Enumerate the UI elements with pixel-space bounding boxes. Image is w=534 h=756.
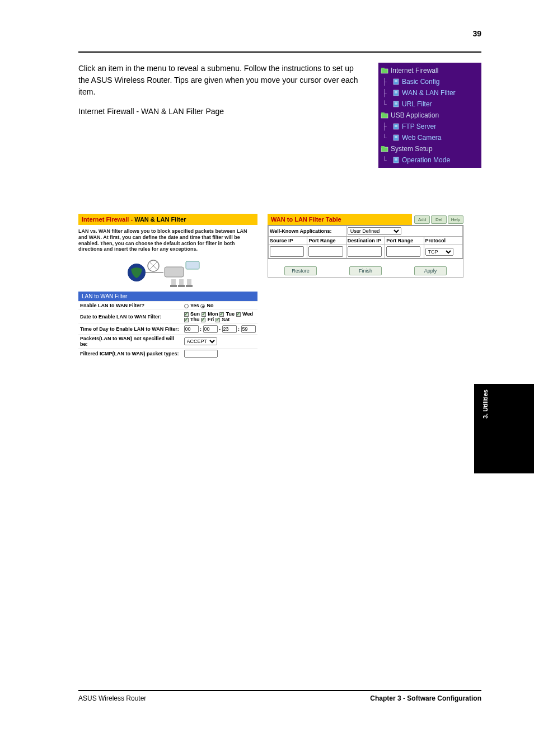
del-button[interactable]: Del [431,215,447,224]
svg-rect-35 [187,279,191,285]
left-panel-header: Internet Firewall - WAN & LAN Filter [78,214,257,225]
svg-rect-33 [179,279,184,285]
svg-rect-20 [381,146,385,148]
wellknown-label: Well-Known Applications: [269,226,346,237]
svg-rect-29 [165,267,184,277]
icmp-input[interactable] [184,350,218,358]
time-m2[interactable] [241,325,256,333]
radio-yes[interactable] [184,304,189,308]
page-icon [393,90,400,96]
row-icmp-label: Filtered ICMP(LAN to WAN) packet types: [78,349,182,359]
time-h1[interactable] [184,325,199,333]
folder-icon [381,145,388,152]
page-icon [393,101,400,107]
header-red: Internet Firewall - [82,216,134,223]
time-m1[interactable] [203,325,218,333]
nav-label: Internet Firewall [391,67,438,74]
page-number: 39 [472,29,481,38]
day-wed: Wed [242,311,253,317]
intro-paragraph-1: Click an item in the menu to reveal a su… [78,63,362,98]
wellknown-select[interactable]: User Defined [348,227,401,235]
add-button[interactable]: Add [414,215,430,224]
finish-button[interactable]: Finish [349,266,382,275]
protocol-select[interactable]: TCP [425,248,453,256]
right-panel: WAN to LAN Filter Table Add Del Help Wel… [268,214,463,359]
src-port-input[interactable] [308,246,343,257]
svg-rect-12 [381,112,385,114]
svg-rect-32 [170,285,177,287]
svg-rect-19 [381,147,388,152]
folder-icon [381,112,388,119]
day-thu: Thu [190,317,200,322]
apply-button[interactable]: Apply [414,266,447,275]
chk-sat[interactable] [216,318,220,322]
nav-operation-mode[interactable]: └ Operation Mode [378,154,481,166]
help-button[interactable]: Help [448,215,463,224]
panel-description: LAN vs. WAN filter allows you to block s… [78,228,257,252]
dst-ip-input[interactable] [348,246,382,257]
col-port-range-2: Port Range [385,237,424,245]
network-diagram [78,256,257,289]
day-tue: Tue [226,311,235,317]
nav-basic-config[interactable]: ├ Basic Config [378,76,481,87]
side-tab-label: 3. Utilities [482,389,489,419]
footer-right: Chapter 3 - Software Configuration [370,694,481,702]
section-header: LAN to WAN Filter [78,292,257,301]
tree-line-icon: └ [381,100,393,108]
time-h2[interactable] [222,325,237,333]
right-panel-header: WAN to LAN Filter Table [268,214,412,225]
row-packets-label: Packets(LAN to WAN) not specified will b… [78,335,182,349]
nav-usb-application[interactable]: USB Application [378,110,481,121]
top-rule [78,51,481,53]
nav-label: System Setup [391,145,433,153]
row-enable-label: Enable LAN to WAN Filter? [78,302,182,310]
day-fri: Fri [208,317,214,322]
nav-label: Operation Mode [402,156,450,164]
tree-line-icon: └ [381,134,393,142]
col-source-ip: Source IP [269,237,307,245]
col-protocol: Protocol [424,237,462,245]
side-tab: 3. Utilities [474,384,534,473]
opt-yes: Yes [190,303,199,308]
radio-no[interactable] [200,304,205,308]
intro-paragraph-2: Internet Firewall - WAN & LAN Filter Pag… [78,106,362,118]
nav-wan-lan-filter[interactable]: ├ WAN & LAN Filter [378,87,481,98]
page-icon [393,123,400,130]
opt-no: No [207,303,214,308]
svg-rect-31 [171,279,176,285]
nav-system-setup[interactable]: System Setup [378,143,481,154]
tree-line-icon: ├ [381,123,393,130]
footer-rule [78,690,481,691]
nav-internet-firewall[interactable]: Internet Firewall [378,65,481,76]
row-time-label: Time of Day to Enable LAN to WAN Filter: [78,324,182,335]
tree-line-icon: ├ [381,89,393,97]
restore-button[interactable]: Restore [284,266,317,275]
packets-select[interactable]: ACCEPT [184,337,217,345]
tree-line-icon: ├ [381,78,393,86]
row-date-label: Date to Enable LAN to WAN Filter: [78,310,182,324]
col-port-range-1: Port Range [307,237,346,245]
day-sat: Sat [222,317,229,322]
page-icon [393,78,400,85]
header-black: WAN & LAN Filter [134,216,186,223]
src-ip-input[interactable] [270,246,304,257]
svg-rect-30 [186,261,199,269]
chk-tue[interactable] [219,312,224,317]
nav-ftp-server[interactable]: ├ FTP Server [378,121,481,132]
nav-url-filter[interactable]: └ URL Filter [378,98,481,110]
svg-rect-36 [186,285,193,287]
chk-thu[interactable] [184,318,189,322]
nav-panel: Internet Firewall ├ Basic Config ├ WAN &… [378,63,481,168]
nav-label: WAN & LAN Filter [402,89,456,97]
nav-web-camera[interactable]: └ Web Camera [378,132,481,143]
chk-wed[interactable] [236,312,241,317]
nav-label: URL Filter [402,100,432,108]
svg-rect-1 [381,68,385,69]
dst-port-input[interactable] [386,246,420,257]
chk-fri[interactable] [201,318,205,322]
footer-left: ASUS Wireless Router [78,694,146,702]
nav-label: Basic Config [402,78,439,86]
tree-line-icon: └ [381,156,393,164]
day-sun: Sun [190,311,200,317]
svg-rect-11 [381,114,388,118]
